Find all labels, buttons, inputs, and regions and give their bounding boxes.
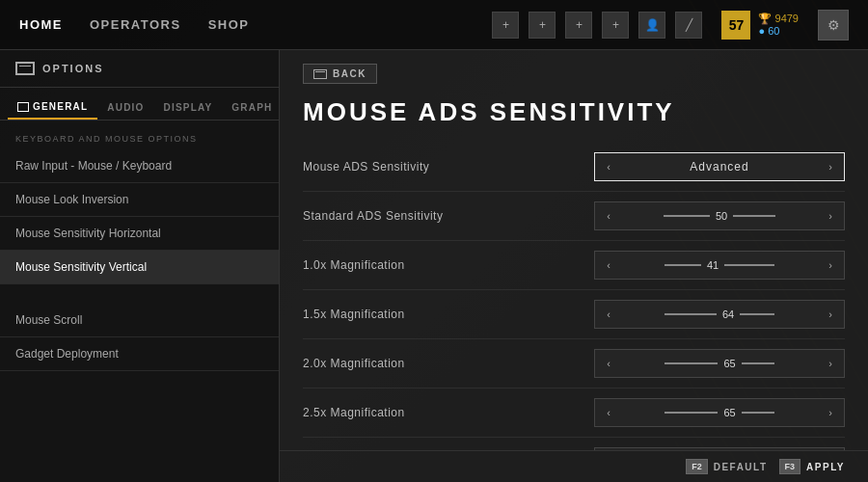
ctrl-slider-1-5x: 64: [622, 308, 817, 320]
setting-label-2-5x: 2.5x Magnification: [303, 406, 594, 419]
apply-label: APPLY: [806, 462, 845, 472]
settings-list: Mouse ADS Sensitivity ‹ Advanced › Stand…: [280, 143, 868, 450]
ctrl-right-arrow-std[interactable]: ›: [817, 202, 844, 229]
plus-icon-4[interactable]: +: [602, 12, 629, 39]
slider-line-1-5x: [665, 313, 717, 315]
setting-row-1-5x: 1.5x Magnification ‹ 64 ›: [303, 290, 845, 339]
slider-value-2-5x: 65: [723, 407, 735, 418]
sidebar-item-sensitivity-h[interactable]: Mouse Sensitivity Horizontal: [0, 217, 279, 251]
footer-bar: F2 DEFAULT F3 APPLY: [280, 450, 868, 482]
setting-row-2-5x: 2.5x Magnification ‹ 65 ›: [303, 388, 845, 438]
currency-credits: ● 60: [758, 25, 799, 37]
plus-icon-3[interactable]: +: [565, 12, 592, 39]
sidebar-item-mouse-inversion[interactable]: Mouse Look Inversion: [0, 183, 279, 217]
setting-label-standard-ads: Standard ADS Sensitivity: [303, 209, 594, 223]
apply-key: F3: [779, 459, 801, 474]
back-icon: [313, 69, 327, 79]
slider-line-1-5x2: [740, 313, 774, 315]
slider-line-std: [664, 215, 710, 217]
ctrl-value-ads: Advanced: [622, 160, 817, 174]
ctrl-left-2x[interactable]: ‹: [595, 350, 622, 377]
ctrl-slider-1x: 41: [622, 259, 817, 271]
slider-line-std2: [733, 215, 775, 217]
setting-control-ads-mode[interactable]: ‹ Advanced ›: [594, 152, 845, 181]
slider-line-1x: [665, 264, 701, 266]
back-button[interactable]: BACK: [303, 64, 377, 84]
sidebar-header: OPTIONS: [0, 50, 279, 88]
player-currency: 🏆 9479 ● 60: [758, 13, 799, 37]
player-level: 57: [721, 11, 750, 40]
setting-control-2-5x[interactable]: ‹ 65 ›: [594, 398, 845, 427]
ctrl-left-arrow-std[interactable]: ‹: [595, 202, 622, 229]
setting-control-1x[interactable]: ‹ 41 ›: [594, 251, 845, 280]
sidebar-items: KEYBOARD AND MOUSE OPTIONS Raw Input - M…: [0, 120, 279, 482]
topbar-icons: + + + + 👤 ╱ 57 🏆 9479 ● 60 ⚙: [492, 10, 849, 40]
sidebar-section-label: KEYBOARD AND MOUSE OPTIONS: [0, 120, 279, 149]
ctrl-right-1x[interactable]: ›: [817, 252, 844, 279]
setting-label-1-5x: 1.5x Magnification: [303, 308, 594, 321]
ctrl-slider-2x: 65: [622, 358, 817, 369]
sidebar-title: OPTIONS: [42, 63, 104, 74]
tab-graphics[interactable]: GRAPH: [222, 95, 282, 120]
setting-row-2x: 2.0x Magnification ‹ 65 ›: [303, 339, 845, 388]
tab-display[interactable]: DISPLAY: [154, 95, 223, 120]
ctrl-left-1x[interactable]: ‹: [595, 252, 622, 279]
nav-operators[interactable]: OPERATORS: [90, 17, 181, 32]
slider-line-2-5x: [665, 412, 718, 414]
ctrl-left-1-5x[interactable]: ‹: [595, 301, 622, 328]
setting-label-2x: 2.0x Magnification: [303, 357, 594, 370]
default-label: DEFAULT: [714, 462, 768, 472]
default-button[interactable]: F2 DEFAULT: [686, 459, 767, 474]
plus-icon-1[interactable]: +: [492, 12, 519, 39]
default-key: F2: [686, 459, 708, 474]
ctrl-left-2-5x[interactable]: ‹: [595, 399, 622, 426]
topbar: HOME OPERATORS SHOP + + + + 👤 ╱ 57 🏆 947…: [0, 0, 868, 50]
setting-row-ads-mode: Mouse ADS Sensitivity ‹ Advanced ›: [303, 143, 845, 192]
general-tab-icon: [17, 102, 29, 112]
slider-value-1-5x: 64: [722, 308, 734, 320]
ctrl-right-arrow-ads[interactable]: ›: [817, 153, 844, 180]
setting-control-standard-ads[interactable]: ‹ 50 ›: [594, 201, 845, 230]
ctrl-slider-2-5x: 65: [622, 407, 817, 418]
tab-general[interactable]: GENERAL: [8, 95, 97, 120]
currency-renown: 🏆 9479: [758, 13, 799, 25]
options-icon: [15, 62, 35, 75]
plus-icon-2[interactable]: +: [529, 12, 556, 39]
player-info: 57 🏆 9479 ● 60: [721, 11, 799, 40]
ctrl-slider-std: 50: [622, 210, 817, 222]
slider-line-2x2: [742, 362, 774, 364]
chat-icon[interactable]: ╱: [675, 12, 702, 39]
ctrl-left-arrow-ads[interactable]: ‹: [595, 153, 622, 180]
sidebar-item-raw-input[interactable]: Raw Input - Mouse / Keyboard: [0, 149, 279, 183]
ctrl-right-1-5x[interactable]: ›: [817, 301, 844, 328]
nav-shop[interactable]: SHOP: [208, 17, 250, 32]
main: OPTIONS GENERAL AUDIO DISPLAY GRAPH KEYB…: [0, 50, 868, 482]
ctrl-right-2-5x[interactable]: ›: [817, 399, 844, 426]
setting-label-ads-mode: Mouse ADS Sensitivity: [303, 160, 594, 174]
setting-row-standard-ads: Standard ADS Sensitivity ‹ 50 ›: [303, 192, 845, 241]
profile-icon[interactable]: 👤: [638, 12, 665, 39]
apply-button[interactable]: F3 APPLY: [779, 459, 845, 474]
setting-control-1-5x[interactable]: ‹ 64 ›: [594, 300, 845, 329]
sidebar-item-sensitivity-v[interactable]: Mouse Sensitivity Vertical: [0, 251, 279, 284]
ctrl-right-2x[interactable]: ›: [817, 350, 844, 377]
panel-title: MOUSE ADS SENSITIVITY: [280, 97, 868, 143]
setting-row-3x: 3.0x Magnification ‹ 65 ›: [303, 438, 845, 450]
right-panel: BACK MOUSE ADS SENSITIVITY Mouse ADS Sen…: [280, 50, 868, 482]
settings-gear-icon[interactable]: ⚙: [818, 10, 849, 40]
nav-home[interactable]: HOME: [19, 17, 63, 32]
slider-line-2-5x2: [742, 412, 774, 414]
slider-line-1x2: [724, 264, 774, 266]
sidebar: OPTIONS GENERAL AUDIO DISPLAY GRAPH KEYB…: [0, 50, 280, 482]
sidebar-item-gadget[interactable]: Gadget Deployment: [0, 337, 279, 371]
sidebar-item-mouse-scroll[interactable]: Mouse Scroll: [0, 304, 279, 337]
slider-value-1x: 41: [707, 259, 719, 271]
slider-line-2x: [665, 362, 718, 364]
setting-label-1x: 1.0x Magnification: [303, 258, 594, 272]
slider-value-2x: 65: [723, 358, 735, 369]
slider-value-std: 50: [716, 210, 727, 222]
settings-tabs: GENERAL AUDIO DISPLAY GRAPH: [0, 88, 279, 120]
setting-row-1x: 1.0x Magnification ‹ 41 ›: [303, 241, 845, 290]
setting-control-2x[interactable]: ‹ 65 ›: [594, 349, 845, 378]
tab-audio[interactable]: AUDIO: [97, 95, 153, 120]
